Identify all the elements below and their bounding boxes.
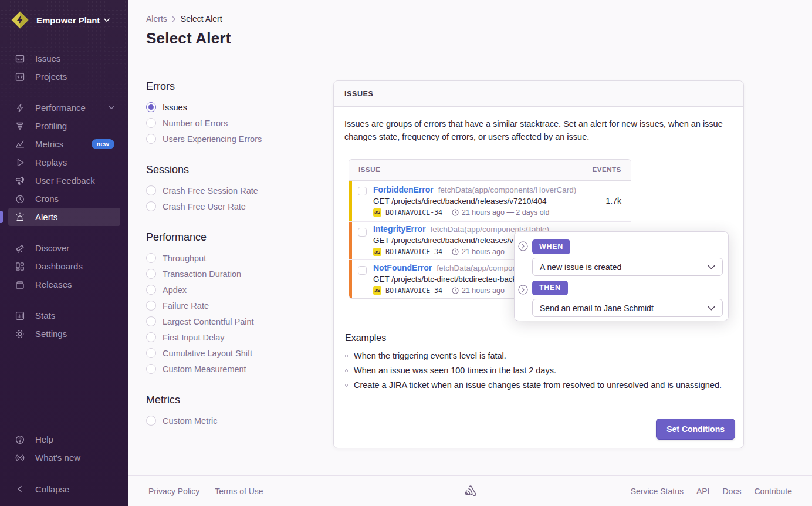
radio-first-input-delay[interactable]: First Input Delay	[146, 329, 333, 345]
radio-button[interactable]	[146, 134, 156, 144]
radio-largest-contentful-paint[interactable]: Largest Contentful Paint	[146, 313, 333, 329]
radio-label: Apdex	[163, 285, 187, 295]
radio-label: Custom Measurement	[163, 365, 246, 374]
issue-events-count: 1.7k	[581, 196, 631, 205]
api-link[interactable]: API	[696, 487, 710, 496]
radio-button[interactable]	[146, 269, 156, 279]
sidebar-item-issues[interactable]: Issues	[8, 49, 120, 68]
sidebar-item-dashboards[interactable]: Dashboards	[8, 257, 120, 275]
radio-custom-measurement[interactable]: Custom Measurement	[146, 361, 333, 377]
radio-button[interactable]	[146, 201, 156, 211]
sidebar-item-label: Help	[35, 434, 53, 444]
radio-number-of-errors[interactable]: Number of Errors	[146, 115, 333, 131]
org-switcher[interactable]: Empower Plant	[0, 0, 128, 39]
profiling-icon	[15, 121, 25, 131]
sidebar-item-replays[interactable]: Replays	[8, 153, 120, 171]
docs-link[interactable]: Docs	[723, 487, 742, 496]
radio-label: Crash Free User Rate	[163, 202, 246, 211]
radio-button[interactable]	[146, 316, 156, 326]
help-icon	[15, 434, 25, 445]
issue-title-link[interactable]: ForbiddenError	[373, 185, 434, 194]
sidebar-item-alerts[interactable]: Alerts	[8, 208, 120, 226]
breadcrumb-alerts-link[interactable]: Alerts	[146, 14, 167, 23]
radio-button[interactable]	[146, 416, 156, 426]
radio-throughput[interactable]: Throughput	[146, 250, 333, 266]
section-heading: Performance	[146, 231, 333, 244]
page-header: Alerts Select Alert Select Alert	[128, 0, 812, 59]
sidebar-item-label: Performance	[35, 103, 86, 113]
breadcrumb-current: Select Alert	[181, 14, 222, 23]
content: Errors Issues Number of Errors Users Exp…	[128, 59, 812, 475]
privacy-policy-link[interactable]: Privacy Policy	[148, 487, 199, 496]
dashboards-icon	[15, 261, 25, 272]
terms-of-use-link[interactable]: Terms of Use	[215, 487, 263, 496]
chevron-right-circle-icon[interactable]	[518, 285, 528, 295]
sidebar-item-settings[interactable]: Settings	[8, 325, 120, 343]
radio-apdex[interactable]: Apdex	[146, 282, 333, 298]
radio-button[interactable]	[146, 348, 156, 358]
sidebar-nav: Issues Projects Performance Profiling Me…	[0, 39, 128, 430]
sidebar-item-profiling[interactable]: Profiling	[8, 117, 120, 135]
service-status-link[interactable]: Service Status	[631, 487, 684, 496]
radio-button[interactable]	[146, 285, 156, 295]
radio-button[interactable]	[146, 253, 156, 263]
radio-users-experiencing-errors[interactable]: Users Experiencing Errors	[146, 131, 333, 147]
radio-failure-rate[interactable]: Failure Rate	[146, 298, 333, 313]
replays-icon	[15, 157, 25, 168]
radio-button[interactable]	[146, 118, 156, 128]
sentry-logo-icon	[463, 485, 478, 498]
chevron-left-icon	[15, 484, 25, 494]
sidebar-item-metrics[interactable]: Metrics new	[8, 135, 120, 153]
sidebar-item-label: Releases	[35, 279, 72, 289]
radio-label: Throughput	[163, 254, 206, 263]
radio-crash-free-session-rate[interactable]: Crash Free Session Rate	[146, 183, 333, 198]
radio-button[interactable]	[146, 102, 156, 112]
issues-panel: ISSUES Issues are groups of errors that …	[333, 80, 744, 448]
sidebar-item-projects[interactable]: Projects	[8, 68, 120, 86]
sidebar-item-releases[interactable]: Releases	[8, 275, 120, 294]
clock-arrow-icon	[15, 194, 25, 204]
row-checkbox[interactable]	[358, 266, 367, 275]
when-condition-select[interactable]: A new issue is created	[532, 258, 723, 276]
gear-icon	[15, 329, 25, 339]
radio-issues[interactable]: Issues	[146, 99, 333, 115]
sidebar-item-stats[interactable]: Stats	[8, 306, 120, 325]
issue-title-link[interactable]: NotFoundError	[373, 263, 432, 272]
radio-crash-free-user-rate[interactable]: Crash Free User Rate	[146, 198, 333, 214]
sidebar-item-label: Dashboards	[35, 261, 83, 271]
contribute-link[interactable]: Contribute	[754, 487, 792, 496]
sidebar-item-whats-new[interactable]: What's new	[8, 448, 120, 467]
radio-button[interactable]	[146, 364, 156, 374]
org-name: Empower Plant	[36, 15, 110, 25]
set-conditions-button[interactable]: Set Conditions	[656, 419, 735, 440]
alert-type-list: Errors Issues Number of Errors Users Exp…	[146, 80, 333, 475]
sidebar-item-user-feedback[interactable]: User Feedback	[8, 171, 120, 190]
radio-button[interactable]	[146, 301, 156, 311]
row-checkbox[interactable]	[358, 228, 367, 237]
sidebar-item-label: Profiling	[35, 121, 67, 131]
alert-section-sessions: Sessions Crash Free Session Rate Crash F…	[146, 164, 333, 214]
chevron-right-circle-icon[interactable]	[518, 241, 528, 251]
panel-description: Issues are groups of errors that have a …	[344, 117, 732, 144]
sidebar-item-performance[interactable]: Performance	[8, 99, 120, 117]
page-footer: Privacy Policy Terms of Use Service Stat…	[128, 475, 812, 506]
radio-transaction-duration[interactable]: Transaction Duration	[146, 266, 333, 282]
sidebar-collapse-button[interactable]: Collapse	[8, 479, 120, 499]
radio-button[interactable]	[146, 185, 156, 195]
row-checkbox[interactable]	[358, 187, 367, 195]
sidebar-item-discover[interactable]: Discover	[8, 239, 120, 257]
siren-icon	[15, 212, 25, 222]
sidebar-item-crons[interactable]: Crons	[8, 190, 120, 208]
radio-button[interactable]	[146, 332, 156, 342]
sidebar-item-label: Projects	[35, 72, 67, 82]
main-area: Alerts Select Alert Select Alert Errors …	[128, 0, 812, 506]
javascript-platform-icon: JS	[373, 248, 381, 256]
sidebar-item-label: Alerts	[35, 212, 57, 222]
then-action-select[interactable]: Send an email to Jane Schmidt	[532, 299, 723, 317]
alert-section-errors: Errors Issues Number of Errors Users Exp…	[146, 80, 333, 147]
section-heading: Metrics	[146, 394, 333, 406]
sidebar-item-help[interactable]: Help	[8, 430, 120, 448]
radio-cumulative-layout-shift[interactable]: Cumulative Layout Shift	[146, 345, 333, 361]
radio-custom-metric[interactable]: Custom Metric	[146, 413, 333, 429]
issue-title-link[interactable]: IntegrityError	[373, 224, 425, 234]
